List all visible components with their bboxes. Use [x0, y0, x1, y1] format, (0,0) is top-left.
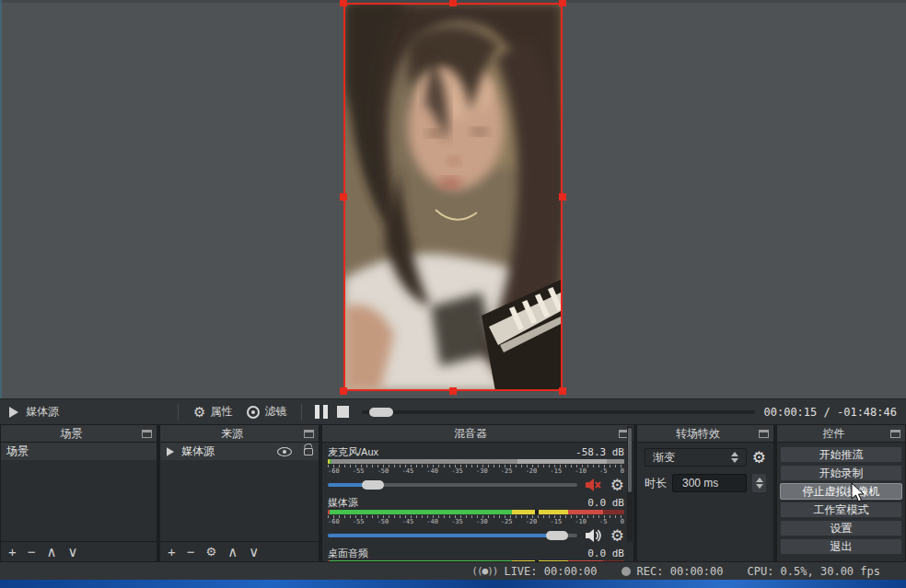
audio-mixer-panel: 混音器 麦克风/Aux -58.3 dB -60-55-50-45-40-35-…	[321, 424, 634, 562]
start-streaming-button[interactable]: 开始推流	[780, 446, 902, 463]
channel-settings-gear-icon[interactable]: ⚙	[610, 478, 624, 493]
duration-value: 300 ms	[682, 477, 746, 490]
level-meter-desktop	[328, 560, 624, 561]
scenes-panel-header[interactable]: 场景	[1, 425, 157, 443]
portrait-illustration	[343, 3, 563, 391]
channel-db-mic: -58.3 dB	[575, 446, 624, 458]
resize-handle-e[interactable]	[559, 193, 566, 201]
properties-button[interactable]: ⚙ 属性	[186, 401, 239, 423]
source-properties-button[interactable]: ⚙	[206, 546, 217, 558]
scene-up-button[interactable]: ∧	[47, 545, 57, 559]
gear-icon: ⚙	[193, 405, 205, 419]
transition-select[interactable]: 渐变	[645, 448, 747, 467]
studio-mode-button[interactable]: 工作室模式	[780, 502, 902, 518]
obs-window: 媒体源 ⚙ 属性 滤镜 00:00:15 / -01:48:46 场景	[0, 0, 906, 588]
scenes-list: 场景	[1, 443, 157, 541]
sources-panel-header[interactable]: 来源	[160, 425, 319, 443]
panel-popout-icon[interactable]	[304, 430, 314, 438]
media-controls-toolbar: 媒体源 ⚙ 属性 滤镜 00:00:15 / -01:48:46	[0, 398, 906, 424]
muted-speaker-icon[interactable]	[585, 478, 603, 492]
resize-handle-se[interactable]	[559, 387, 566, 395]
volume-handle-media[interactable]	[546, 531, 568, 540]
meter-scale: -60-55-50-45-40-35-30-25-20-15-10-50	[328, 467, 624, 475]
mixer-panel-title: 混音器	[322, 426, 619, 442]
visibility-eye-icon[interactable]	[277, 447, 292, 456]
level-meter-media	[328, 510, 624, 514]
speaker-icon[interactable]	[585, 528, 603, 543]
panel-popout-icon[interactable]	[890, 430, 900, 438]
exit-button[interactable]: 退出	[780, 538, 902, 555]
pause-button[interactable]	[315, 405, 328, 419]
preview-canvas[interactable]	[0, 0, 906, 398]
toolbar-divider	[178, 404, 179, 421]
media-source-type-icon	[167, 447, 174, 456]
remove-scene-button[interactable]: −	[28, 545, 36, 559]
bottom-dock: 场景 场景 + − ∧ ∨ 来源	[0, 424, 906, 562]
video-content	[343, 3, 563, 391]
resize-handle-sw[interactable]	[340, 387, 347, 395]
stop-virtual-camera-button[interactable]: 停止虚拟摄像机	[780, 483, 902, 500]
panel-popout-icon[interactable]	[142, 430, 152, 438]
cpu-fps-stats: CPU: 0.5%, 30.00 fps	[748, 565, 881, 578]
duration-input[interactable]: 300 ms	[672, 474, 747, 492]
source-list-item[interactable]: 媒体源	[160, 443, 319, 460]
filters-button[interactable]: 滤镜	[239, 401, 294, 423]
mixer-panel-header[interactable]: 混音器	[322, 425, 633, 443]
settings-button[interactable]: 设置	[780, 520, 902, 536]
channel-settings-gear-icon[interactable]: ⚙	[610, 528, 624, 544]
transitions-panel: 转场特效 渐变 ⚙ 时长 300 ms	[636, 424, 774, 562]
scenes-toolbar: + − ∧ ∨	[1, 541, 157, 561]
scene-down-button[interactable]: ∨	[68, 545, 78, 559]
add-source-button[interactable]: +	[168, 545, 176, 559]
seek-slider-handle[interactable]	[369, 408, 393, 417]
channel-name-media: 媒体源	[328, 496, 358, 510]
start-recording-button[interactable]: 开始录制	[780, 465, 902, 481]
volume-slider-mic[interactable]	[328, 483, 577, 487]
media-source-name: 媒体源	[26, 404, 59, 420]
transition-selected-value: 渐变	[653, 450, 731, 466]
playing-media-icon	[9, 407, 18, 418]
mixer-channels: 麦克风/Aux -58.3 dB -60-55-50-45-40-35-30-2…	[322, 443, 633, 561]
mixer-scrollbar[interactable]	[627, 426, 633, 542]
sources-panel-title: 来源	[160, 426, 304, 442]
scene-list-item[interactable]: 场景	[1, 443, 157, 460]
source-up-button[interactable]: ∧	[227, 545, 238, 559]
resize-handle-s[interactable]	[449, 387, 457, 395]
volume-slider-media[interactable]	[328, 534, 577, 537]
scene-name: 场景	[6, 444, 29, 459]
channel-db-desktop: 0.0 dB	[587, 548, 624, 559]
transitions-panel-header[interactable]: 转场特效	[637, 425, 773, 443]
duration-label: 时长	[645, 476, 667, 491]
resize-handle-w[interactable]	[340, 193, 347, 201]
panel-popout-icon[interactable]	[759, 430, 769, 438]
broadcast-icon: ((●))	[471, 565, 497, 577]
resize-handle-n[interactable]	[449, 0, 457, 6]
combo-arrows-icon	[731, 452, 742, 463]
scenes-panel: 场景 场景 + − ∧ ∨	[0, 424, 157, 562]
source-name: 媒体源	[181, 444, 271, 459]
record-dot-icon	[621, 567, 631, 576]
transitions-body: 渐变 ⚙ 时长 300 ms	[637, 443, 773, 498]
desktop-background-strip	[0, 580, 906, 588]
toolbar-divider	[301, 404, 302, 421]
resize-handle-ne[interactable]	[559, 0, 566, 6]
remove-source-button[interactable]: −	[187, 545, 195, 559]
channel-name-desktop: 桌面音频	[328, 547, 368, 560]
source-down-button[interactable]: ∨	[249, 545, 259, 559]
volume-handle-mic[interactable]	[362, 480, 384, 490]
controls-panel-header[interactable]: 控件	[777, 425, 905, 443]
resize-handle-nw[interactable]	[340, 0, 347, 6]
video-source-selected[interactable]	[343, 3, 563, 391]
stop-button[interactable]	[337, 406, 349, 418]
sources-list: 媒体源	[160, 443, 319, 541]
filter-icon	[247, 406, 260, 419]
seek-slider[interactable]	[362, 410, 754, 414]
sources-panel: 来源 媒体源 + − ⚙ ∧ ∨	[159, 424, 319, 562]
controls-buttons: 开始推流 开始录制 停止虚拟摄像机 工作室模式 设置 退出	[777, 443, 905, 559]
transition-settings-gear-icon[interactable]: ⚙	[752, 450, 766, 466]
unlock-icon[interactable]	[304, 448, 313, 455]
add-scene-button[interactable]: +	[8, 545, 17, 559]
channel-name-mic: 麦克风/Aux	[328, 445, 378, 459]
duration-spinner[interactable]	[752, 474, 766, 492]
level-meter-mic	[328, 459, 624, 464]
